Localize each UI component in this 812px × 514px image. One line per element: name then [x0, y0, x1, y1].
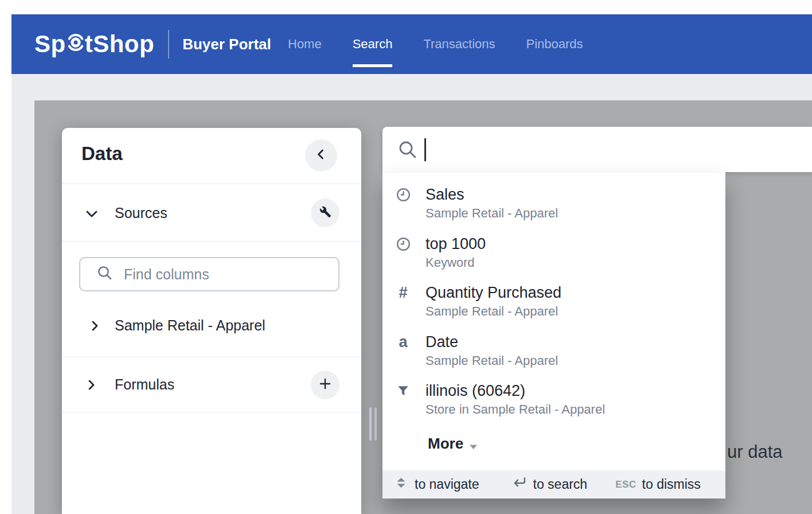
collapse-panel-button[interactable] — [305, 139, 337, 172]
nav-transactions[interactable]: Transactions — [423, 14, 495, 74]
data-panel-title: Data — [81, 143, 123, 165]
portal-title: Buyer Portal — [182, 36, 271, 53]
nav-search[interactable]: Search — [353, 14, 393, 74]
chevron-left-icon — [315, 148, 327, 163]
suggestion-title: Sales — [425, 185, 725, 204]
arrows-up-down-icon — [395, 477, 408, 492]
divider — [62, 241, 361, 242]
main-nav: Home Search Transactions Pinboards — [288, 14, 583, 74]
dismiss-hint-label: to dismiss — [642, 477, 701, 492]
history-icon — [395, 236, 411, 252]
find-columns-box — [79, 257, 339, 291]
source-item-sample-retail[interactable]: Sample Retail - Apparel — [115, 316, 266, 334]
more-suggestions-button[interactable]: More — [428, 434, 463, 453]
manage-sources-button[interactable] — [311, 198, 339, 227]
formulas-section-label[interactable]: Formulas — [115, 375, 174, 394]
suggestion-quantity-purchased[interactable]: # Quantity Purchased Sample Retail - App… — [382, 283, 725, 323]
search-hint-label: to search — [533, 477, 588, 492]
nav-search-label: Search — [353, 37, 393, 52]
plus-icon — [318, 377, 332, 393]
sources-section-label[interactable]: Sources — [115, 204, 167, 222]
filter-funnel-icon — [395, 383, 411, 399]
keyboard-hints-footer: to navigate to search ESC to dismiss — [382, 470, 725, 499]
suggestion-subtitle: Store in Sample Retail - Apparel — [425, 400, 725, 418]
suggestion-top-1000[interactable]: top 1000 Keyword — [382, 234, 725, 274]
caret-down-icon[interactable] — [469, 442, 478, 452]
suggestion-title: Date — [425, 332, 725, 352]
brand: Sp tShop Buyer Portal — [34, 14, 271, 74]
suggestion-subtitle: Sample Retail - Apparel — [425, 352, 725, 369]
app-window: Sp tShop Buyer Portal Home Search Transa… — [0, 0, 812, 514]
chevron-down-icon[interactable] — [85, 207, 99, 223]
logo-spot-icon — [66, 30, 85, 59]
panel-resize-handle[interactable] — [369, 407, 377, 441]
divider — [62, 184, 361, 184]
logo-text-suffix: tShop — [85, 30, 154, 58]
logo-text-prefix: Sp — [34, 30, 66, 58]
nav-pinboards-label: Pinboards — [526, 37, 583, 52]
spotshop-logo: Sp tShop — [34, 30, 154, 59]
find-columns-input[interactable] — [123, 266, 338, 283]
suggestion-title: Quantity Purchased — [425, 283, 725, 302]
suggestion-title: illinois (60642) — [425, 381, 725, 400]
nav-transactions-label: Transactions — [423, 37, 495, 52]
wrench-icon — [319, 206, 331, 220]
search-suggestions-dropdown: Sales Sample Retail - Apparel top 1000 K… — [382, 172, 725, 498]
chevron-right-icon[interactable] — [88, 320, 101, 334]
search-bar — [382, 127, 812, 172]
nav-home[interactable]: Home — [288, 14, 322, 74]
esc-key-label: ESC — [615, 479, 636, 490]
nav-home-label: Home — [288, 37, 322, 52]
suggestion-illinois[interactable]: illinois (60642) Store in Sample Retail … — [382, 381, 725, 421]
add-formula-button[interactable] — [311, 371, 339, 399]
chevron-right-icon[interactable] — [85, 379, 97, 394]
search-icon — [96, 264, 114, 284]
attribute-letter-icon: a — [395, 334, 411, 350]
search-query-input[interactable] — [434, 137, 801, 163]
divider — [62, 357, 361, 357]
suggestion-subtitle: Keyword — [425, 254, 725, 271]
brand-divider — [168, 30, 169, 59]
top-nav-bar: Sp tShop Buyer Portal Home Search Transa… — [11, 14, 812, 74]
suggestion-subtitle: Sample Retail - Apparel — [425, 302, 725, 320]
suggestion-sales[interactable]: Sales Sample Retail - Apparel — [382, 185, 725, 225]
suggestion-title: top 1000 — [425, 234, 725, 254]
suggestion-date[interactable]: a Date Sample Retail - Apparel — [382, 332, 725, 372]
divider — [62, 412, 361, 412]
history-icon — [395, 186, 411, 203]
text-cursor — [424, 138, 426, 161]
data-panel: Data Sources Sample Retail - Apparel — [62, 128, 361, 514]
search-icon — [397, 139, 418, 162]
background-hint-text: ur data — [727, 442, 783, 462]
enter-return-icon — [512, 476, 527, 493]
suggestion-subtitle: Sample Retail - Apparel — [425, 204, 725, 222]
measure-hash-icon: # — [395, 285, 411, 301]
navigate-hint-label: to navigate — [415, 477, 479, 492]
nav-pinboards[interactable]: Pinboards — [526, 14, 583, 74]
